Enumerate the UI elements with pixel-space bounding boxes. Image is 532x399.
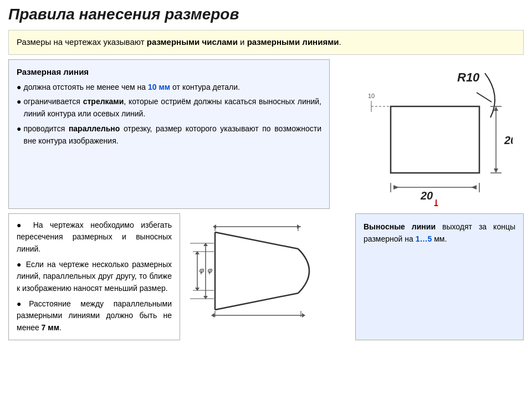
bottom-text-box: ● На чертежах необходимо избегать пересе… xyxy=(8,213,180,340)
dim-20-vertical: 20 xyxy=(504,134,513,146)
bottom-diagram-svg: φ φ xyxy=(187,221,348,332)
intro-text-before: Размеры на чертежах указывают xyxy=(17,37,147,47)
intro-bold2: размерными линиями xyxy=(247,37,339,47)
part-top xyxy=(215,232,298,249)
bullet-1-text: должна отстоять не менее чем на 10 мм от… xyxy=(23,81,240,94)
arc-line xyxy=(485,73,495,117)
arr-4r xyxy=(297,224,300,229)
bullet-dot-1: ● xyxy=(17,81,21,94)
arr-3l xyxy=(211,313,214,318)
intro-text-after: . xyxy=(339,37,341,47)
part-bottom xyxy=(215,293,298,310)
arr-3r xyxy=(302,313,305,318)
phi-1: φ xyxy=(200,266,204,274)
vynosnye-text-after: мм. xyxy=(432,234,447,243)
bottom-para1: ● На чертежах необходимо избегать пересе… xyxy=(17,219,172,255)
vynosnye-highlight: 1…5 xyxy=(416,234,432,243)
vynosnye-linii-box: Выносные линии выходят за концы размерно… xyxy=(355,213,524,340)
page: Правила нанесения размеров Размеры на че… xyxy=(0,0,532,399)
rules-box: Размерная линия ● должна отстоять не мен… xyxy=(8,59,330,209)
bullet-3: ● проводится параллельно отрезку, размер… xyxy=(17,123,321,147)
vynosnye-title: Выносные линии xyxy=(364,222,436,231)
rules-section-title: Размерная линия xyxy=(17,65,321,78)
page-title: Правила нанесения размеров xyxy=(8,6,524,23)
red-arrow-head xyxy=(434,205,438,206)
main-diagram-area: R10 20 xyxy=(330,59,524,209)
bullet-2: ● ограничивается стрелками, которые остр… xyxy=(17,96,321,120)
bottom-diagram-area: φ φ xyxy=(185,213,351,340)
arrow-bot-v xyxy=(494,168,498,173)
main-row: Размерная линия ● должна отстоять не мен… xyxy=(8,59,524,209)
arrow-right xyxy=(471,185,477,190)
bottom-para2: ● Если на чертеже несколько размерных ли… xyxy=(17,259,172,295)
intro-bold1: размерными числами xyxy=(147,37,238,47)
phi-2: φ xyxy=(208,266,213,274)
bullet-3-text: проводится параллельно отрезку, размер к… xyxy=(23,123,321,147)
bullet-dot-2: ● xyxy=(17,96,21,120)
bottom-row: ● На чертежах необходимо избегать пересе… xyxy=(8,213,524,340)
part-right-arc xyxy=(298,249,309,293)
main-diagram-svg: R10 20 xyxy=(341,62,513,206)
bullet-dot-3: ● xyxy=(17,123,21,147)
bottom-para3: ●Расстояние между параллельными размерны… xyxy=(17,298,172,334)
bullet-2-text: ограничивается стрелками, которые остриё… xyxy=(23,96,321,120)
r10-label: R10 xyxy=(457,70,480,84)
intro-box: Размеры на чертежах указывают размерными… xyxy=(8,30,524,55)
intro-text-middle: и xyxy=(238,37,247,47)
bullet-1: ● должна отстоять не менее чем на 10 мм … xyxy=(17,81,321,94)
dim-20-horizontal: 20 xyxy=(420,190,433,202)
arrow-left xyxy=(393,185,399,190)
part-rect xyxy=(391,106,479,173)
arr-4l xyxy=(213,224,216,229)
radius-arrow xyxy=(477,93,492,102)
7mm-highlight: 7 мм xyxy=(42,323,59,332)
ten-mm-hint: 10 xyxy=(368,93,375,99)
